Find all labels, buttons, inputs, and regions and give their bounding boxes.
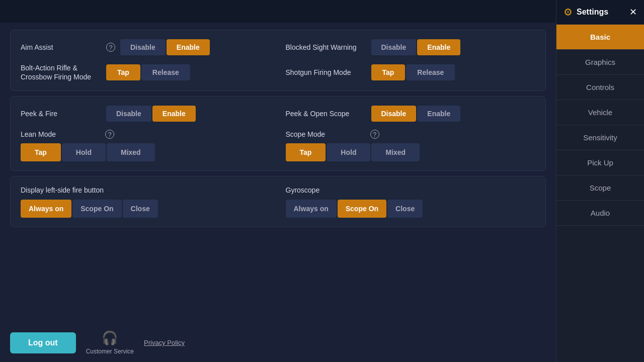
scope-mode-label: Scope Mode bbox=[286, 130, 366, 139]
blocked-sight-buttons: Disable Enable bbox=[371, 39, 461, 55]
fire-scope-on-btn[interactable]: Scope On bbox=[72, 200, 121, 218]
section-aim: Aim Assist ? Disable Enable Blocked Sigh… bbox=[10, 30, 546, 91]
blocked-sight-disable-btn[interactable]: Disable bbox=[371, 39, 417, 55]
bolt-action-label: Bolt-Action Rifle & Crossbow Firing Mode bbox=[21, 63, 101, 81]
peek-scope-label: Peek & Open Scope bbox=[286, 109, 366, 118]
settings-title-group: ⚙ Settings bbox=[564, 6, 608, 18]
blocked-sight-enable-btn[interactable]: Enable bbox=[417, 39, 460, 55]
customer-service-label: Customer Service bbox=[86, 348, 134, 355]
lean-mode-group: Lean Mode ? Tap Hold Mixed bbox=[21, 130, 271, 161]
scope-mode-buttons: Tap Hold Mixed bbox=[286, 143, 536, 161]
fire-always-on-btn[interactable]: Always on bbox=[21, 200, 71, 218]
gyro-scope-on-btn[interactable]: Scope On bbox=[338, 200, 386, 218]
peek-fire-disable-btn[interactable]: Disable bbox=[106, 106, 151, 122]
section-fire-gyro: Display left-side fire button Always on … bbox=[10, 176, 546, 227]
gyro-always-on-btn[interactable]: Always on bbox=[286, 200, 337, 218]
bolt-action-release-btn[interactable]: Release bbox=[141, 64, 190, 80]
nav-controls[interactable]: Controls bbox=[556, 75, 644, 100]
row-lean-scope: Lean Mode ? Tap Hold Mixed Scope Mode ? … bbox=[21, 130, 535, 161]
peek-scope-enable-btn[interactable]: Enable bbox=[417, 106, 460, 122]
lean-mode-buttons: Tap Hold Mixed bbox=[21, 143, 271, 161]
lean-mode-help-icon[interactable]: ? bbox=[105, 130, 114, 139]
gear-icon: ⚙ bbox=[564, 6, 573, 18]
nav-pickup[interactable]: Pick Up bbox=[556, 150, 644, 175]
footer-bar: Log out 🎧 Customer Service Privacy Polic… bbox=[10, 325, 546, 362]
customer-service-button[interactable]: 🎧 Customer Service bbox=[86, 330, 134, 355]
shotgun-tap-btn[interactable]: Tap bbox=[371, 64, 406, 80]
nav-graphics[interactable]: Graphics bbox=[556, 50, 644, 75]
peek-scope-buttons: Disable Enable bbox=[371, 106, 461, 122]
lean-tap-btn[interactable]: Tap bbox=[21, 143, 61, 161]
section-peek: Peek & Fire Disable Enable Peek & Open S… bbox=[10, 96, 546, 170]
close-icon[interactable]: ✕ bbox=[629, 7, 637, 18]
scope-mode-group: Scope Mode ? Tap Hold Mixed bbox=[271, 130, 536, 161]
row-peek: Peek & Fire Disable Enable Peek & Open S… bbox=[21, 106, 535, 122]
scope-tap-btn[interactable]: Tap bbox=[286, 143, 326, 161]
shotgun-firing-buttons: Tap Release bbox=[371, 64, 455, 80]
nav-vehicle[interactable]: Vehicle bbox=[556, 100, 644, 125]
blocked-sight-group: Blocked Sight Warning Disable Enable bbox=[271, 39, 536, 55]
gyroscope-group: Gyroscope Always on Scope On Close bbox=[271, 186, 536, 218]
logout-button[interactable]: Log out bbox=[10, 332, 76, 353]
nav-sensitivity[interactable]: Sensitivity bbox=[556, 125, 644, 150]
bolt-action-group: Bolt-Action Rifle & Crossbow Firing Mode… bbox=[21, 63, 271, 81]
peek-scope-group: Peek & Open Scope Disable Enable bbox=[271, 106, 536, 122]
top-bar: Top ▪▪ bbox=[0, 0, 644, 23]
nav-basic[interactable]: Basic bbox=[556, 25, 644, 50]
nav-scope[interactable]: Scope bbox=[556, 175, 644, 201]
main-content: Aim Assist ? Disable Enable Blocked Sigh… bbox=[10, 23, 546, 362]
display-fire-label: Display left-side fire button bbox=[21, 186, 104, 194]
shotgun-firing-group: Shotgun Firing Mode Tap Release bbox=[271, 63, 536, 81]
scope-mode-help-icon[interactable]: ? bbox=[370, 130, 379, 139]
display-fire-group: Display left-side fire button Always on … bbox=[21, 186, 271, 218]
peek-fire-label: Peek & Fire bbox=[21, 109, 101, 118]
scope-hold-btn[interactable]: Hold bbox=[327, 143, 370, 161]
peek-fire-group: Peek & Fire Disable Enable bbox=[21, 106, 271, 122]
customer-service-icon: 🎧 bbox=[102, 330, 118, 346]
gyro-close-btn[interactable]: Close bbox=[387, 200, 423, 218]
gyroscope-buttons: Always on Scope On Close bbox=[286, 200, 536, 218]
bolt-action-buttons: Tap Release bbox=[106, 64, 190, 80]
lean-hold-btn[interactable]: Hold bbox=[62, 143, 106, 161]
row-fire-gyro: Display left-side fire button Always on … bbox=[21, 186, 535, 218]
row-firing-modes: Bolt-Action Rifle & Crossbow Firing Mode… bbox=[21, 63, 535, 81]
lean-mode-label: Lean Mode bbox=[21, 130, 101, 139]
gyroscope-label: Gyroscope bbox=[286, 186, 320, 194]
shotgun-release-btn[interactable]: Release bbox=[406, 64, 455, 80]
shotgun-firing-label: Shotgun Firing Mode bbox=[286, 68, 366, 77]
peek-fire-enable-btn[interactable]: Enable bbox=[152, 106, 196, 122]
nav-audio[interactable]: Audio bbox=[556, 201, 644, 226]
aim-assist-disable-btn[interactable]: Disable bbox=[120, 39, 166, 55]
peek-scope-disable-btn[interactable]: Disable bbox=[371, 106, 417, 122]
lean-mixed-btn[interactable]: Mixed bbox=[107, 143, 155, 161]
settings-sidebar: ⚙ Settings ✕ Basic Graphics Controls Veh… bbox=[556, 0, 644, 362]
settings-title: Settings bbox=[577, 8, 608, 17]
display-fire-buttons: Always on Scope On Close bbox=[21, 200, 271, 218]
aim-assist-enable-btn[interactable]: Enable bbox=[167, 39, 210, 55]
scope-mixed-btn[interactable]: Mixed bbox=[371, 143, 420, 161]
aim-assist-help-icon[interactable]: ? bbox=[106, 43, 115, 52]
settings-header: ⚙ Settings ✕ bbox=[556, 0, 644, 25]
peek-fire-buttons: Disable Enable bbox=[106, 106, 196, 122]
blocked-sight-label: Blocked Sight Warning bbox=[286, 43, 366, 52]
aim-assist-buttons: Disable Enable bbox=[120, 39, 210, 55]
fire-close-btn[interactable]: Close bbox=[123, 200, 158, 218]
row-aim-blocked: Aim Assist ? Disable Enable Blocked Sigh… bbox=[21, 39, 535, 55]
aim-assist-group: Aim Assist ? Disable Enable bbox=[21, 39, 271, 55]
aim-assist-label: Aim Assist bbox=[21, 43, 101, 52]
bolt-action-tap-btn[interactable]: Tap bbox=[106, 64, 140, 80]
privacy-policy-link[interactable]: Privacy Policy bbox=[144, 339, 185, 346]
